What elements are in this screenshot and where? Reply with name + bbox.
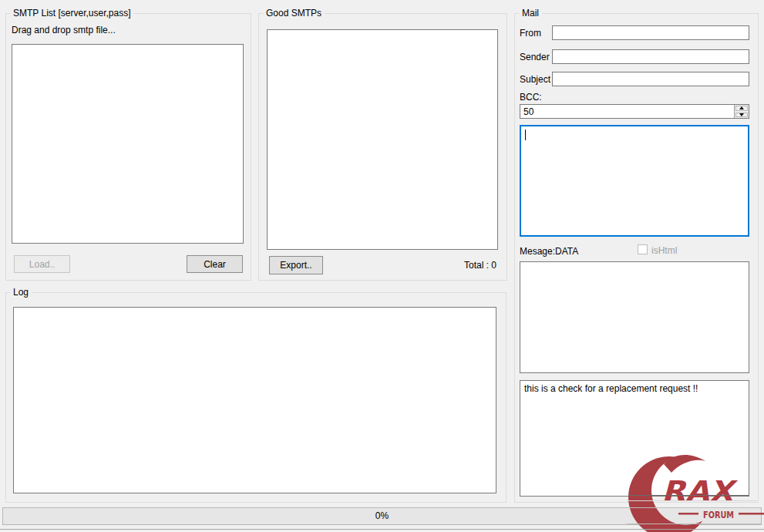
textbox-border-overlay (628, 495, 749, 496)
logo-rax-text: RAX (661, 475, 739, 508)
progress-top-border-overlay (627, 507, 762, 508)
mail-group: Mail From Sender Subject BCC: Mesage:DAT… (514, 13, 759, 503)
logo-dash-left (678, 513, 698, 515)
from-label: From (520, 28, 541, 39)
smtp-listbox[interactable] (12, 44, 244, 244)
note-text: this is a check for a replacement reques… (524, 383, 698, 394)
message-textbox[interactable] (520, 261, 749, 373)
progress-bottom-border-overlay (627, 524, 762, 524)
ishtml-checkbox[interactable] (638, 244, 648, 254)
ishtml-label: isHtml (651, 245, 677, 256)
good-smtps-title: Good SMTPs (263, 8, 325, 19)
smtp-list-group: SMTP List [server,user,pass] Drag and dr… (5, 13, 251, 281)
spinner-down-button[interactable] (735, 113, 748, 118)
group-border-overlay (627, 500, 757, 501)
logo-forum-text: FORUM (703, 509, 734, 520)
logo-dash-right (739, 513, 764, 515)
smtp-list-title: SMTP List [server,user,pass] (10, 8, 134, 19)
sender-field[interactable] (552, 49, 749, 64)
smtp-drag-hint: Drag and drop smtp file... (12, 25, 116, 35)
crax-logo: RAX FORUM (625, 452, 764, 532)
log-group: Log (5, 292, 507, 503)
subject-field[interactable] (552, 72, 749, 86)
spinner-down-icon (739, 113, 744, 116)
from-field[interactable] (552, 25, 749, 40)
bcc-input[interactable] (520, 105, 733, 118)
spinner-up-button[interactable] (735, 106, 748, 111)
bcc-label: BCC: (520, 92, 542, 103)
recipients-textbox[interactable] (520, 125, 749, 237)
progress-label: 0% (375, 510, 389, 521)
good-smtps-listbox[interactable] (267, 29, 498, 250)
subject-label: Subject (520, 74, 550, 85)
clear-button[interactable]: Clear (187, 255, 243, 273)
bottom-border-overlay (627, 529, 764, 530)
bcc-spin-buttons (734, 105, 749, 118)
spinner-up-icon (739, 106, 744, 109)
text-caret (525, 130, 526, 140)
bcc-spinner (520, 104, 749, 119)
message-data-label: Mesage:DATA (520, 246, 578, 257)
mail-title: Mail (519, 8, 542, 19)
good-smtps-group: Good SMTPs Export.. Total : 0 (258, 13, 507, 281)
total-count-label: Total : 0 (464, 260, 496, 271)
sender-label: Sender (520, 52, 550, 62)
export-button[interactable]: Export.. (269, 256, 323, 274)
load-button[interactable]: Load.. (14, 255, 70, 273)
app-window: SMTP List [server,user,pass] Drag and dr… (0, 0, 764, 532)
log-listbox[interactable] (13, 307, 496, 493)
log-title: Log (10, 287, 32, 298)
